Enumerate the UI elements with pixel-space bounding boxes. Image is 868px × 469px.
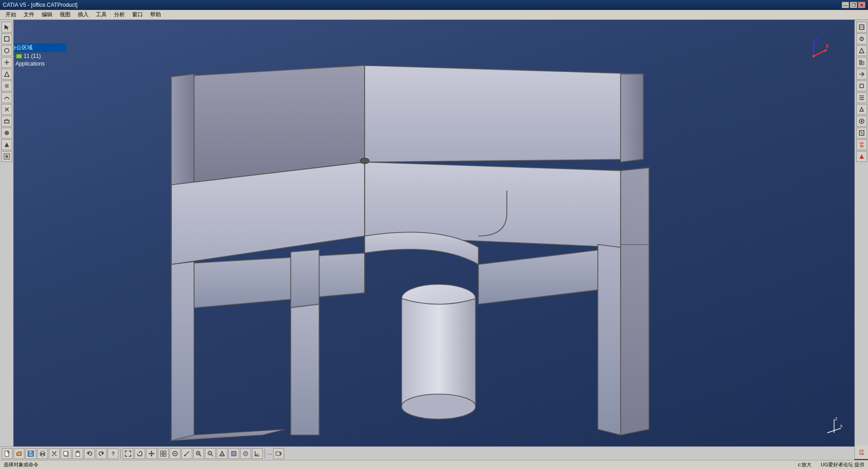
svg-line-64: [861, 132, 863, 134]
svg-rect-42: [5, 120, 9, 123]
btn-pan[interactable]: [146, 448, 157, 459]
btn-measure[interactable]: [181, 448, 192, 459]
btn-video[interactable]: [273, 448, 284, 459]
right-tool-10[interactable]: [856, 128, 867, 138]
btn-snap[interactable]: [170, 448, 180, 459]
svg-rect-48: [5, 155, 8, 158]
svg-rect-54: [859, 60, 862, 65]
status-right: c:放大 UG爱好者论坛 提供: [798, 461, 864, 468]
btn-help[interactable]: ?: [108, 448, 119, 459]
right-tool-9[interactable]: [856, 116, 867, 127]
tool-4[interactable]: [1, 57, 12, 68]
btn-axis[interactable]: [252, 448, 263, 459]
desk-scene: [0, 20, 854, 446]
btn-undo[interactable]: [84, 448, 95, 459]
statusbar: 选择对象或命令 c:放大 UG爱好者论坛 提供: [0, 460, 868, 469]
right-tool-4[interactable]: [856, 57, 867, 68]
svg-marker-35: [5, 25, 9, 30]
btn-zoomout[interactable]: [205, 448, 216, 459]
toolbar-more-dots[interactable]: ···: [267, 450, 272, 457]
btn-copy[interactable]: [61, 448, 71, 459]
btn-zoomin[interactable]: [193, 448, 204, 459]
tool-10[interactable]: [1, 128, 12, 138]
btn-grid[interactable]: [158, 448, 169, 459]
tree-applications[interactable]: └─ Applications: [7, 60, 66, 67]
menu-analyze[interactable]: 分析: [110, 10, 128, 19]
menu-insert[interactable]: 插入: [74, 10, 92, 19]
tool-select[interactable]: [1, 22, 12, 33]
btn-save[interactable]: [25, 448, 36, 459]
btn-cut[interactable]: [49, 448, 60, 459]
tool-7[interactable]: [1, 92, 12, 103]
compass-indicator: Z X: [796, 38, 832, 74]
menu-file[interactable]: 文件: [20, 10, 38, 19]
svg-marker-80: [138, 451, 140, 453]
svg-marker-12: [291, 304, 319, 435]
svg-rect-56: [860, 84, 863, 88]
svg-rect-88: [164, 454, 166, 456]
btn-paste[interactable]: [72, 448, 83, 459]
tool-11[interactable]: [1, 139, 12, 150]
tool-9[interactable]: [1, 116, 12, 127]
svg-marker-30: [824, 49, 827, 52]
tree-child1[interactable]: ├─ 11 (11): [7, 52, 66, 60]
right-tool-3[interactable]: [856, 45, 867, 56]
tool-5[interactable]: [1, 69, 12, 80]
right-tool-8[interactable]: [856, 104, 867, 115]
btn-new[interactable]: [2, 448, 13, 459]
tree-part-icon: [15, 52, 23, 60]
status-middle: c:放大: [798, 461, 812, 468]
right-tool-5[interactable]: [856, 69, 867, 80]
svg-point-28: [812, 55, 815, 57]
svg-marker-81: [151, 451, 152, 452]
left-toolbar: [0, 20, 14, 446]
svg-marker-11: [291, 250, 319, 308]
close-button[interactable]: ✕: [858, 2, 865, 8]
menu-view[interactable]: 视图: [56, 10, 74, 19]
right-tool-2[interactable]: [856, 33, 867, 44]
btn-rotate[interactable]: [134, 448, 145, 459]
svg-rect-108: [276, 452, 280, 455]
btn-material[interactable]: [240, 448, 251, 459]
btn-fitall[interactable]: [123, 448, 133, 459]
right-tool-7[interactable]: [856, 92, 867, 103]
viewport[interactable]: 办公区域 ├─ 11 (11) └─ Applications Z: [0, 20, 854, 446]
svg-point-45: [5, 131, 9, 135]
minimize-button[interactable]: —: [842, 2, 849, 8]
right-toolbar: CATIA: [854, 20, 868, 446]
svg-marker-8: [171, 261, 194, 441]
menu-help[interactable]: 帮助: [147, 10, 165, 19]
right-tool-1[interactable]: [856, 22, 867, 33]
tree-child1-label: 11 (11): [24, 53, 41, 59]
right-tool-last[interactable]: [856, 151, 867, 162]
svg-marker-3: [621, 74, 643, 162]
btn-section[interactable]: [217, 448, 228, 459]
svg-rect-69: [29, 451, 32, 453]
tool-8[interactable]: [1, 104, 12, 115]
right-tool-catia[interactable]: CATIA: [856, 139, 867, 150]
svg-rect-73: [41, 455, 44, 456]
svg-rect-75: [64, 451, 67, 455]
tool-3[interactable]: [1, 45, 12, 56]
restore-button[interactable]: ❐: [850, 2, 857, 8]
tool-sketcher[interactable]: [1, 33, 12, 44]
tool-6[interactable]: [1, 81, 12, 91]
svg-rect-77: [77, 451, 79, 453]
tool-12[interactable]: [1, 151, 12, 162]
tree-applications-label: Applications: [15, 61, 45, 67]
svg-rect-87: [161, 454, 163, 456]
btn-shading[interactable]: [228, 448, 239, 459]
right-tool-6[interactable]: [856, 81, 867, 91]
menu-window[interactable]: 窗口: [128, 10, 147, 19]
btn-redo[interactable]: [96, 448, 107, 459]
menu-start[interactable]: 开始: [2, 10, 20, 19]
btn-print[interactable]: [37, 448, 48, 459]
btn-open[interactable]: [14, 448, 24, 459]
svg-text:Z: Z: [815, 38, 818, 43]
menu-edit[interactable]: 编辑: [38, 10, 56, 19]
menu-tools[interactable]: 工具: [92, 10, 110, 19]
svg-marker-83: [149, 453, 150, 455]
tree-children: ├─ 11 (11) └─ Applications: [7, 52, 66, 67]
svg-point-90: [175, 453, 176, 454]
titlebar-controls: — ❐ ✕: [842, 2, 865, 8]
